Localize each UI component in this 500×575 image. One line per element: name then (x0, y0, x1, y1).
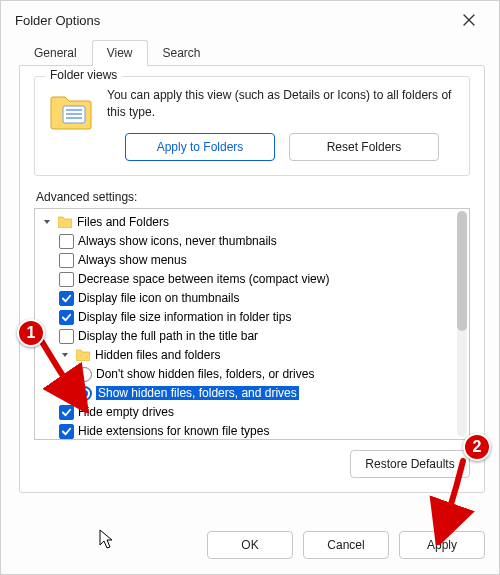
folder-options-dialog: Folder Options General View Search Folde… (0, 0, 500, 575)
cancel-button[interactable]: Cancel (303, 531, 389, 559)
folder-icon (57, 214, 73, 230)
tree-item-label: Hide empty drives (78, 405, 174, 419)
tree-item-label: Display file size information in folder … (78, 310, 291, 324)
tree-item-display-file-icon[interactable]: Display file icon on thumbnails (41, 289, 453, 308)
tree-group-label: Hidden files and folders (95, 348, 220, 362)
checkbox[interactable] (59, 329, 74, 344)
window-title: Folder Options (15, 13, 449, 28)
apply-to-folders-button[interactable]: Apply to Folders (125, 133, 275, 161)
tab-view[interactable]: View (92, 40, 148, 66)
tree-item-compact-view[interactable]: Decrease space between items (compact vi… (41, 270, 453, 289)
checkbox[interactable] (59, 424, 74, 439)
checkbox[interactable] (59, 310, 74, 325)
titlebar: Folder Options (1, 1, 499, 39)
tree-item-label: Display file icon on thumbnails (78, 291, 239, 305)
tree-item-label: Always show icons, never thumbnails (78, 234, 277, 248)
dialog-body: General View Search Folder views (1, 39, 499, 526)
tab-general[interactable]: General (19, 40, 92, 66)
apply-button[interactable]: Apply (399, 531, 485, 559)
tree-item-always-show-icons[interactable]: Always show icons, never thumbnails (41, 232, 453, 251)
radio[interactable] (77, 386, 92, 401)
tree-item-dont-show-hidden[interactable]: Don't show hidden files, folders, or dri… (41, 365, 453, 384)
advanced-settings-label: Advanced settings: (36, 190, 470, 204)
folder-views-text: You can apply this view (such as Details… (107, 87, 457, 121)
folder-views-legend: Folder views (45, 68, 122, 82)
folder-views-group: Folder views You can apply this view (su… (34, 76, 470, 176)
svg-rect-2 (66, 113, 82, 115)
tab-panel-view: Folder views You can apply this view (su… (19, 65, 485, 493)
chevron-down-icon (41, 216, 53, 228)
radio[interactable] (77, 367, 92, 382)
tree-item-label: Don't show hidden files, folders, or dri… (96, 367, 314, 381)
tree-group-files-and-folders[interactable]: Files and Folders (41, 213, 453, 232)
tree-item-hide-extensions[interactable]: Hide extensions for known file types (41, 422, 453, 439)
tree-item-show-hidden[interactable]: Show hidden files, folders, and drives (41, 384, 453, 403)
folder-icon (75, 347, 91, 363)
tree-item-display-file-size[interactable]: Display file size information in folder … (41, 308, 453, 327)
scrollbar[interactable] (457, 211, 467, 437)
tabstrip: General View Search (19, 39, 485, 65)
advanced-settings-tree[interactable]: Files and Folders Always show icons, nev… (34, 208, 470, 440)
tab-search[interactable]: Search (148, 40, 216, 66)
tree-item-label: Always show menus (78, 253, 187, 267)
checkbox[interactable] (59, 253, 74, 268)
tree-group-label: Files and Folders (77, 215, 169, 229)
tree-item-label: Display the full path in the title bar (78, 329, 258, 343)
tree-group-hidden-files[interactable]: Hidden files and folders (41, 346, 453, 365)
tree-viewport: Files and Folders Always show icons, nev… (35, 209, 455, 439)
svg-rect-1 (66, 109, 82, 111)
dialog-actions: OK Cancel Apply (1, 526, 499, 574)
chevron-down-icon (59, 349, 71, 361)
checkbox[interactable] (59, 234, 74, 249)
tree-item-display-full-path[interactable]: Display the full path in the title bar (41, 327, 453, 346)
tree-item-always-show-menus[interactable]: Always show menus (41, 251, 453, 270)
checkbox[interactable] (59, 291, 74, 306)
ok-button[interactable]: OK (207, 531, 293, 559)
reset-folders-button[interactable]: Reset Folders (289, 133, 439, 161)
checkbox[interactable] (59, 272, 74, 287)
tree-item-label: Hide extensions for known file types (78, 424, 269, 438)
scrollbar-thumb[interactable] (457, 211, 467, 331)
folder-views-icon (47, 87, 95, 135)
close-button[interactable] (449, 5, 489, 35)
restore-defaults-button[interactable]: Restore Defaults (350, 450, 470, 478)
checkbox[interactable] (59, 405, 74, 420)
svg-rect-3 (66, 117, 82, 119)
tree-item-label: Show hidden files, folders, and drives (96, 386, 299, 400)
close-icon (463, 14, 475, 26)
tree-item-hide-empty-drives[interactable]: Hide empty drives (41, 403, 453, 422)
tree-item-label: Decrease space between items (compact vi… (78, 272, 329, 286)
